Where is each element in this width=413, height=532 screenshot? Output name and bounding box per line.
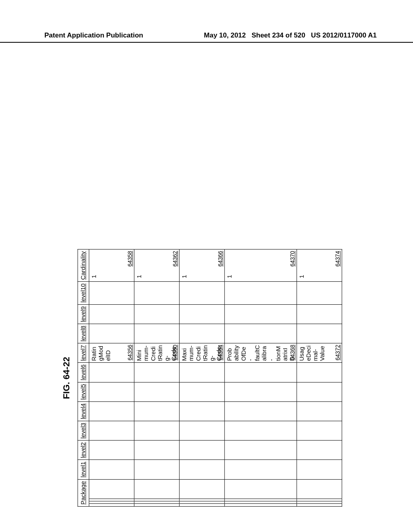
cell-level1 [225, 460, 297, 479]
col-level9: level9 [78, 304, 89, 324]
cell-level9 [134, 304, 179, 324]
header-right: May 10, 2012 Sheet 234 of 520 US 2012/01… [204, 31, 377, 39]
table-row: UsageDecimal-Value 64372 1 64374 [296, 249, 342, 507]
cardinality-ref: 64358 [127, 251, 133, 266]
cell-level1 [89, 460, 134, 479]
cell-level10 [179, 282, 225, 305]
cell-level3 [296, 421, 342, 441]
header-sheet: Sheet 234 of 520 [252, 31, 305, 39]
cell-level2 [134, 441, 179, 460]
cell-level8 [179, 324, 225, 343]
cell-package [225, 479, 297, 506]
cell-level8 [225, 324, 297, 343]
cardinality-ref: 64374 [334, 251, 341, 266]
cell-level8 [89, 324, 134, 343]
col-package: Package [78, 479, 89, 506]
cell-level7: Maximum-CreditRating-Code 64364 [179, 343, 225, 363]
cell-level7: ProbabilityOfDe-faultCalibra-tionMatrixI… [225, 343, 297, 363]
cell-level4 [225, 401, 297, 421]
cell-level4 [296, 401, 342, 421]
col-level3: level3 [78, 421, 89, 441]
col-level1: level1 [78, 460, 89, 479]
cell-cardinality: 1 64358 [89, 249, 134, 282]
cell-level1 [296, 460, 342, 479]
cardinality-value: 1 [90, 251, 97, 280]
level7-value: Minimum-CreditRating-Code [136, 345, 177, 361]
cell-level2 [296, 441, 342, 460]
cell-level10 [89, 282, 134, 305]
cell-level3 [225, 421, 297, 441]
cell-level5 [134, 382, 179, 401]
cell-level7: RatingModelID 64356 [89, 343, 134, 363]
cell-cardinality: 1 64362 [134, 249, 179, 282]
cell-level6 [225, 363, 297, 382]
cardinality-value: 1 [136, 251, 142, 280]
col-level4: level4 [78, 401, 89, 421]
cell-level3 [179, 421, 225, 441]
cell-level8 [296, 324, 342, 343]
cell-level5 [179, 382, 225, 401]
cell-level10 [134, 282, 179, 305]
page-header: Patent Application Publication May 10, 2… [0, 31, 413, 43]
level7-value: UsageDecimal-Value [298, 345, 326, 361]
cell-cardinality: 1 64366 [179, 249, 225, 282]
cardinality-value: 1 [298, 251, 305, 280]
table-row: Minimum-CreditRating-Code 64360 1 64362 [134, 249, 179, 507]
cardinality-value: 1 [181, 251, 188, 280]
cell-package [179, 479, 225, 506]
figure-container: FIG. 64-22 Package level1 level2 level3 … [61, 249, 342, 507]
col-level10: level10 [78, 282, 89, 305]
header-pubno: US 2012/0117000 A1 [311, 31, 377, 39]
cell-level7: UsageDecimal-Value 64372 [296, 343, 342, 363]
cell-level4 [179, 401, 225, 421]
col-cardinality: Cardinality [78, 249, 89, 282]
cell-level9 [296, 304, 342, 324]
level7-ref: 64356 [127, 345, 133, 360]
header-left: Patent Application Publication [44, 31, 143, 39]
cell-level10 [296, 282, 342, 305]
cell-package [296, 479, 342, 506]
table-row: ProbabilityOfDe-faultCalibra-tionMatrixI… [225, 249, 297, 507]
cell-level6 [296, 363, 342, 382]
page-root: Patent Application Publication May 10, 2… [0, 0, 413, 532]
cell-level8 [134, 324, 179, 343]
cell-level6 [134, 363, 179, 382]
level7-value: Maximum-CreditRating-Code [181, 345, 223, 361]
cell-level7: Minimum-CreditRating-Code 64360 [134, 343, 179, 363]
cell-package [134, 479, 179, 506]
col-level8: level8 [78, 324, 89, 343]
cell-level5 [89, 382, 134, 401]
col-level2: level2 [78, 441, 89, 460]
cell-level5 [225, 382, 297, 401]
cell-level6 [89, 363, 134, 382]
level7-value: ProbabilityOfDe-faultCalibra-tionMatrixI… [226, 345, 296, 361]
cardinality-ref: 64370 [289, 251, 296, 266]
level7-ref: 64364 [217, 345, 223, 360]
level7-ref: 64360 [172, 345, 178, 360]
cell-level2 [89, 441, 134, 460]
data-table: Package level1 level2 level3 level4 leve… [77, 249, 342, 507]
table-header-row: Package level1 level2 level3 level4 leve… [78, 249, 89, 507]
cell-level2 [225, 441, 297, 460]
figure-label: FIG. 64-22 [61, 249, 72, 507]
level7-ref: 64368 [289, 345, 296, 360]
col-level6: level6 [78, 363, 89, 382]
level7-value: RatingModelID [90, 345, 111, 361]
cell-level4 [89, 401, 134, 421]
cell-level10 [225, 282, 297, 305]
cell-level6 [179, 363, 225, 382]
cell-level1 [179, 460, 225, 479]
cell-level4 [134, 401, 179, 421]
cell-level9 [225, 304, 297, 324]
cell-level9 [89, 304, 134, 324]
cell-level3 [89, 421, 134, 441]
col-level5: level5 [78, 382, 89, 401]
cell-level3 [134, 421, 179, 441]
cell-level5 [296, 382, 342, 401]
cell-package [89, 479, 134, 506]
table-body: RatingModelID 64356 1 64358 [89, 249, 342, 507]
cell-level2 [179, 441, 225, 460]
cell-level9 [179, 304, 225, 324]
col-level7: level7 [78, 343, 89, 363]
header-date: May 10, 2012 [204, 31, 246, 39]
